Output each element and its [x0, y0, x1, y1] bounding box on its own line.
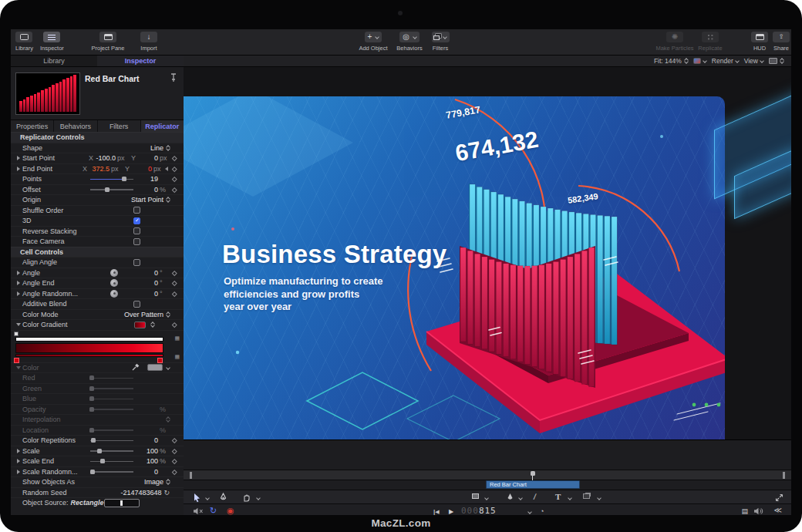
- keyframe-button[interactable]: [170, 177, 179, 181]
- keyframe-button[interactable]: [170, 281, 179, 285]
- collapse-pane-icon[interactable]: ≪: [774, 505, 782, 515]
- additive-blend-checkbox[interactable]: [133, 301, 140, 308]
- stepper-icon[interactable]: [167, 146, 170, 150]
- hud-icon[interactable]: [751, 32, 768, 42]
- red-slider[interactable]: [90, 375, 133, 382]
- shuffle-order-checkbox[interactable]: [133, 207, 140, 214]
- zoom-level-control[interactable]: Fit: 144%: [654, 57, 688, 65]
- color-swatch[interactable]: [147, 364, 163, 371]
- view-layout-control[interactable]: [769, 58, 783, 64]
- tab-replicator[interactable]: Replicator: [141, 120, 184, 132]
- library-icon[interactable]: [15, 32, 32, 42]
- stepper-icon[interactable]: [167, 312, 170, 317]
- edit-points-tool-icon[interactable]: [219, 493, 227, 502]
- disclosure-icon[interactable]: [14, 291, 22, 296]
- toolbar-button-hud[interactable]: HUD: [750, 32, 770, 52]
- disclosure-icon[interactable]: [14, 167, 22, 171]
- gradient-preset-icon[interactable]: [134, 322, 146, 328]
- timeline-ruler[interactable]: [184, 470, 791, 480]
- scale-slider[interactable]: [90, 447, 133, 454]
- toolbar-button-library[interactable]: Library: [15, 32, 33, 52]
- keyframe-button[interactable]: [170, 439, 179, 443]
- slider-thumb[interactable]: [122, 177, 126, 181]
- pan-tool-icon[interactable]: [242, 493, 251, 502]
- mute-icon[interactable]: [193, 507, 204, 515]
- rectangle-tool-icon[interactable]: [472, 493, 479, 499]
- gradient-spread-bar[interactable]: [15, 354, 163, 357]
- object-source-well[interactable]: [104, 499, 140, 507]
- disclosure-icon[interactable]: [14, 271, 22, 275]
- select-tool-menu-icon[interactable]: [205, 496, 210, 500]
- in-point-marker[interactable]: [190, 472, 192, 479]
- slider-thumb[interactable]: [89, 396, 94, 401]
- record-icon[interactable]: ◉: [227, 505, 234, 515]
- keyframe-button[interactable]: [170, 450, 179, 453]
- tab-inspector[interactable]: Inspector: [97, 56, 184, 66]
- toolbar-button-import[interactable]: ↓ Import: [137, 32, 160, 52]
- prev-keyframe-icon[interactable]: [163, 167, 170, 171]
- timing-display-icon[interactable]: ◔: [540, 506, 544, 515]
- disclosure-icon[interactable]: [14, 470, 22, 474]
- composition-artwork[interactable]: Business Strategy Optimize manufacturing…: [184, 96, 725, 439]
- value-field[interactable]: 0: [136, 186, 158, 194]
- text-tool-icon[interactable]: T: [555, 491, 561, 502]
- location-slider[interactable]: [90, 426, 133, 433]
- pin-icon[interactable]: [170, 73, 177, 82]
- playhead[interactable]: [532, 471, 533, 480]
- disclosure-icon[interactable]: [14, 156, 22, 160]
- zoom-stepper-icon[interactable]: [685, 59, 688, 63]
- color-repetitions-slider[interactable]: [90, 437, 133, 444]
- toolbar-button-inspector[interactable]: Inspector: [40, 32, 64, 52]
- mask-tool-icon[interactable]: [583, 493, 590, 499]
- slider-thumb[interactable]: [89, 407, 94, 412]
- disclosure-icon[interactable]: [14, 459, 22, 463]
- angle-end-dial[interactable]: [110, 279, 118, 287]
- tab-behaviors[interactable]: Behaviors: [54, 120, 96, 132]
- stepper-icon[interactable]: [167, 480, 170, 484]
- channels-menu[interactable]: [693, 58, 706, 64]
- rectangle-tool-menu-icon[interactable]: [484, 496, 489, 500]
- value-field[interactable]: 0: [136, 468, 158, 476]
- disclosure-icon[interactable]: [14, 281, 22, 285]
- timeline-clip[interactable]: Red Bar Chart: [486, 480, 580, 489]
- share-icon[interactable]: ⇪: [773, 32, 790, 42]
- line-tool-icon[interactable]: /: [533, 491, 537, 502]
- show-frames-icon[interactable]: ▤: [741, 506, 748, 515]
- 3d-checkbox[interactable]: [133, 217, 140, 224]
- scale-randomn-slider[interactable]: [90, 468, 133, 475]
- render-menu[interactable]: Render: [712, 57, 739, 65]
- expand-timeline-icon[interactable]: [775, 493, 783, 502]
- gradient-options-icon[interactable]: ▦: [174, 354, 180, 359]
- slider-thumb[interactable]: [97, 449, 102, 453]
- keyframe-button[interactable]: [170, 188, 179, 192]
- object-thumbnail[interactable]: [15, 72, 80, 115]
- value-field[interactable]: -100.0: [94, 154, 116, 162]
- previous-frame-icon[interactable]: |◀: [433, 507, 440, 515]
- scale-end-slider[interactable]: [90, 458, 133, 465]
- disclosure-icon[interactable]: [14, 323, 22, 326]
- mask-tool-menu-icon[interactable]: [597, 496, 602, 500]
- generate-seed-icon[interactable]: ↻: [163, 489, 170, 497]
- behaviors-icon[interactable]: ◎: [399, 32, 420, 42]
- slider-thumb[interactable]: [105, 187, 110, 192]
- angle-dial[interactable]: [110, 269, 118, 277]
- add-object-icon[interactable]: +: [365, 32, 382, 42]
- value-field[interactable]: 0: [136, 290, 158, 298]
- eyedropper-icon[interactable]: [132, 363, 140, 372]
- canvas-area[interactable]: Business Strategy Optimize manufacturing…: [184, 67, 791, 439]
- slider-thumb[interactable]: [91, 438, 96, 443]
- value-field[interactable]: 0: [136, 154, 158, 162]
- keyframe-button[interactable]: [170, 271, 179, 275]
- value-field[interactable]: 100: [136, 447, 158, 455]
- toolbar-button-share[interactable]: ⇪ Share: [771, 32, 791, 52]
- toolbar-button-behaviors[interactable]: ◎ Behaviors: [393, 32, 426, 52]
- gradient-opacity-stop[interactable]: [14, 332, 19, 336]
- value-field[interactable]: Over Pattern: [124, 311, 163, 318]
- tab-library[interactable]: Library: [11, 56, 97, 66]
- filters-icon[interactable]: [432, 32, 450, 42]
- toolbar-button-project-pane[interactable]: Project Pane: [88, 32, 128, 52]
- value-field[interactable]: 0: [130, 165, 152, 173]
- angle-randomn-dial[interactable]: [110, 290, 118, 298]
- import-icon[interactable]: ↓: [140, 32, 157, 42]
- loop-playback-icon[interactable]: ↻: [210, 505, 217, 515]
